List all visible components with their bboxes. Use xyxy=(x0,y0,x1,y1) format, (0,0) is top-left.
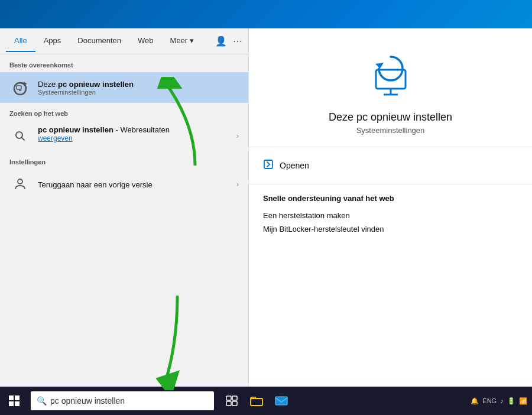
best-match-text: Deze pc opnieuw instellen Systeeminstell… xyxy=(38,80,134,96)
tab-documenten[interactable]: Documenten xyxy=(69,30,129,52)
tab-apps[interactable]: Apps xyxy=(35,30,70,52)
taskbar: 🔍 pc opnieuw instellen xyxy=(0,387,532,415)
ellipsis-icon[interactable]: ⋯ xyxy=(233,35,242,47)
right-top-section: Deze pc opnieuw instellen Systeeminstell… xyxy=(249,28,532,147)
file-explorer-button[interactable] xyxy=(245,387,268,415)
task-view-button[interactable] xyxy=(220,387,244,415)
right-panel: Deze pc opnieuw instellen Systeeminstell… xyxy=(248,28,532,387)
svg-point-7 xyxy=(18,179,22,184)
taskbar-search-icon: 🔍 xyxy=(37,396,47,406)
svg-rect-20 xyxy=(275,397,287,405)
best-match-item[interactable]: Deze pc opnieuw instellen Systeeminstell… xyxy=(0,72,248,103)
svg-rect-15 xyxy=(226,396,231,400)
person-icon[interactable]: 👤 xyxy=(215,35,227,47)
reset-pc-icon-small xyxy=(9,77,31,98)
tabs-actions: 👤 ⋯ xyxy=(215,35,242,47)
web-search-item[interactable]: pc opnieuw instellen - Webresultaten wee… xyxy=(0,121,248,151)
best-match-title: Deze pc opnieuw instellen xyxy=(38,80,134,89)
settings-item-text: Teruggaan naar een vorige versie xyxy=(38,180,153,189)
search-loop-icon xyxy=(9,125,31,147)
svg-marker-1 xyxy=(24,82,27,85)
settings-item-title: Teruggaan naar een vorige versie xyxy=(38,180,153,189)
search-panel: Alle Apps Documenten Web Meer ▾ 👤 ⋯ Best… xyxy=(0,28,248,387)
svg-rect-16 xyxy=(232,396,237,400)
taskbar-search-text: pc opnieuw instellen xyxy=(50,396,125,406)
taskbar-task-icons xyxy=(220,387,293,415)
web-main-text: pc opnieuw instellen - Webresultaten xyxy=(38,125,170,134)
web-search-label: Zoeken op het web xyxy=(0,103,248,121)
web-secondary-text: weergeven xyxy=(38,134,170,142)
svg-rect-18 xyxy=(232,401,237,406)
reset-pc-icon-large xyxy=(367,52,414,102)
tab-meer[interactable]: Meer ▾ xyxy=(162,30,202,52)
clock: 🔔 ENG ♪ 🔋 📶 xyxy=(471,397,527,405)
mail-button[interactable] xyxy=(270,387,293,415)
svg-line-6 xyxy=(22,138,25,141)
web-result-text: pc opnieuw instellen - Webresultaten wee… xyxy=(38,125,170,142)
tabs-list: Alle Apps Documenten Web Meer ▾ xyxy=(6,30,202,52)
right-links-section: Snelle ondersteuning vanaf het web Een h… xyxy=(249,184,532,245)
settings-item[interactable]: Teruggaan naar een vorige versie › xyxy=(0,169,248,200)
open-label: Openen xyxy=(280,161,309,170)
panel-content: Beste overeenkomst Deze pc opnieuw inste… xyxy=(0,54,248,387)
svg-rect-19 xyxy=(251,398,262,406)
open-icon xyxy=(263,159,274,172)
start-button[interactable] xyxy=(0,387,28,415)
svg-rect-17 xyxy=(226,401,231,406)
tab-web[interactable]: Web xyxy=(129,30,162,52)
best-match-subtitle: Systeeminstellingen xyxy=(38,89,134,96)
right-subtitle: Systeeminstellingen xyxy=(356,126,425,135)
open-button[interactable]: Openen xyxy=(263,157,518,174)
right-title: Deze pc opnieuw instellen xyxy=(329,111,452,124)
chevron-right-icon: › xyxy=(236,132,239,140)
windows-logo-icon xyxy=(9,395,20,406)
quick-support-title: Snelle ondersteuning vanaf het web xyxy=(263,194,518,203)
svg-rect-12 xyxy=(264,160,273,168)
tab-alle[interactable]: Alle xyxy=(6,30,35,52)
svg-marker-11 xyxy=(375,63,384,69)
link-bitlocker[interactable]: Mijn BitLocker-herstelsleutel vinden xyxy=(263,222,518,236)
settings-label: Instellingen xyxy=(0,151,248,169)
search-tabs: Alle Apps Documenten Web Meer ▾ 👤 ⋯ xyxy=(0,28,248,54)
settings-chevron-icon: › xyxy=(236,180,239,189)
settings-user-icon xyxy=(9,174,31,195)
taskbar-search-bar[interactable]: 🔍 pc opnieuw instellen xyxy=(31,391,214,410)
best-match-label: Beste overeenkomst xyxy=(0,54,248,72)
right-actions-section: Openen xyxy=(249,147,532,184)
system-tray: 🔔 ENG ♪ 🔋 📶 xyxy=(471,397,532,405)
link-herstelstation[interactable]: Een herstelstation maken xyxy=(263,209,518,222)
svg-rect-2 xyxy=(17,86,21,89)
